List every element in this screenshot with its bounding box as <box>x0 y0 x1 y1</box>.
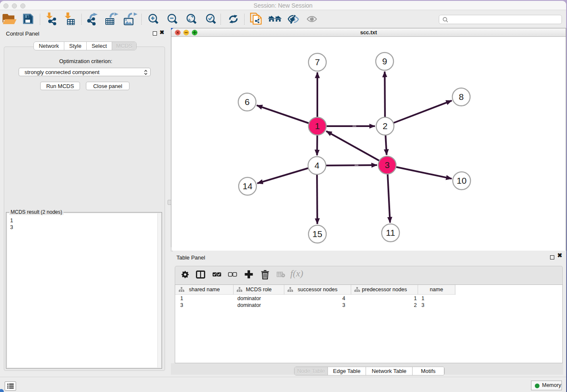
svg-text:3: 3 <box>385 160 390 170</box>
svg-text:14: 14 <box>242 181 253 191</box>
svg-text:11: 11 <box>386 228 395 237</box>
svg-text:6: 6 <box>245 97 250 107</box>
svg-text:2: 2 <box>383 121 388 131</box>
svg-text:9: 9 <box>382 56 387 66</box>
svg-text:15: 15 <box>312 229 322 239</box>
svg-text:1: 1 <box>315 121 320 131</box>
svg-text:4: 4 <box>314 160 319 170</box>
svg-text:10: 10 <box>457 176 466 185</box>
svg-text:7: 7 <box>315 57 320 67</box>
svg-text:8: 8 <box>459 92 464 102</box>
